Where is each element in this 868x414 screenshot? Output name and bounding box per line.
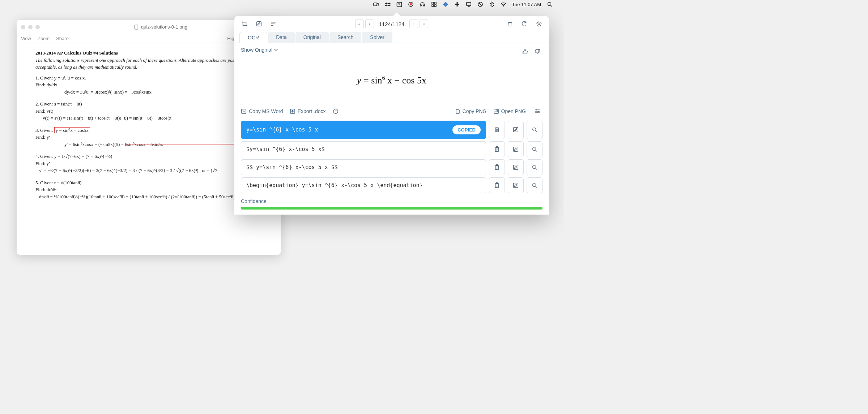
row1-clipboard-icon[interactable] [489,141,505,157]
sliders-icon[interactable] [532,106,542,116]
traffic-close[interactable] [21,25,25,29]
code-cell-1[interactable]: $y=\sin ^{6} x-\cos 5 x$ [241,141,486,157]
copy-png-label: Copy PNG [463,108,487,114]
item3-prefix: 3. Given: [35,128,54,133]
tab-original[interactable]: Original [295,32,329,43]
row0-search-icon[interactable] [527,121,542,139]
svg-rect-26 [456,110,459,113]
clock-text[interactable]: Tue 11:07 AM [512,2,541,7]
sort-icon[interactable] [268,19,278,29]
nav-last[interactable]: » [420,20,428,28]
thumbs-up-icon[interactable] [520,47,530,57]
nav-next[interactable]: › [409,20,418,28]
diamond-icon[interactable]: A [443,1,448,7]
no-entry-icon[interactable] [477,1,483,7]
nav-first[interactable]: « [355,20,364,28]
item5-find: Find: dr/dθ [35,186,262,193]
confidence-section: Confidence [241,198,542,210]
svg-point-15 [503,6,504,7]
plus-icon[interactable] [454,1,460,7]
svg-rect-45 [514,183,518,187]
row2-edit-icon[interactable] [508,159,524,175]
refresh-icon[interactable] [519,19,529,29]
show-original-label: Show Original [241,47,272,53]
row3-clipboard-icon[interactable] [489,177,505,193]
svg-rect-19 [257,22,261,26]
code-row-0: y=\sin ^{6} x-\cos 5 x COPIED [241,121,542,139]
row3-search-icon[interactable] [527,177,542,193]
tab-solver[interactable]: Solver [362,32,392,43]
svg-rect-5 [424,5,425,6]
headphones-icon[interactable] [420,1,425,7]
ocr-panel: « ‹ 1124/1124 › » OCR Data Original Sear… [234,16,549,215]
item3-sol: y′ = 6sin⁵xcosx − (−sin5x)(5) = 6sin⁵xco… [64,141,262,148]
copy-msword-label: Copy MS Word [249,108,283,114]
svg-rect-37 [514,147,518,151]
monitor-icon[interactable] [466,1,472,7]
svg-text:A: A [444,3,447,6]
nav-prev[interactable]: ‹ [365,20,374,28]
item5-given: 5. Given: r = √(100tanθ) [35,179,262,186]
dropbox-icon[interactable] [385,1,391,7]
macos-menubar: 9 A Tue 11:07 AM [369,0,564,9]
wifi-icon[interactable] [501,1,506,7]
item1-sol: dy/dx = 3u²u′ = 3(cosx)²(−sinx) = −3cos²… [64,89,262,96]
code-text-1: $y=\sin ^{6} x-\cos 5 x$ [246,146,325,152]
thumbs-down-icon[interactable] [532,47,542,57]
crop-icon[interactable] [239,19,250,29]
export-icon [290,108,295,114]
row1-search-icon[interactable] [527,141,542,157]
item1-find: Find: dy/dx [35,81,262,89]
row2-search-icon[interactable] [527,159,542,175]
grid-icon[interactable] [431,1,437,7]
row3-edit-icon[interactable] [508,177,524,193]
code-cell-2[interactable]: $$ y=\sin ^{6} x-\cos 5 x $$ [241,159,486,175]
item3-find: Find: y′ [35,134,262,141]
svg-rect-6 [432,2,434,4]
help-icon[interactable]: ? [332,108,339,115]
export-docx-button[interactable]: Export .docx [290,108,326,114]
record-icon[interactable] [408,1,414,7]
code-row-1: $y=\sin ^{6} x-\cos 5 x$ [241,141,542,157]
tool-zoom[interactable]: Zoom [38,36,50,41]
item2-find: Find: v(t) [35,108,262,115]
spotlight-icon[interactable] [547,1,553,7]
svg-point-16 [548,3,551,6]
trash-icon[interactable] [505,19,515,29]
svg-point-20 [538,23,540,25]
eq-p1: = sin [361,75,382,86]
item4-find: Find: y′ [35,160,262,167]
traffic-minimize[interactable] [28,25,33,29]
video-icon[interactable] [373,1,379,7]
traffic-zoom[interactable] [35,25,40,29]
open-png-button[interactable]: Open PNG [493,108,526,114]
row0-edit-icon[interactable] [508,121,524,139]
svg-rect-13 [467,3,471,5]
svg-rect-4 [420,5,421,6]
gear-icon[interactable] [534,19,544,29]
row2-clipboard-icon[interactable] [489,159,505,175]
copy-png-button[interactable]: Copy PNG [455,108,487,114]
word-icon: W [241,108,247,114]
row0-clipboard-icon[interactable] [489,121,505,139]
copy-msword-button[interactable]: W Copy MS Word [241,108,283,114]
tab-search[interactable]: Search [329,32,361,43]
tab-data[interactable]: Data [268,32,295,43]
code-cell-0[interactable]: y=\sin ^{6} x-\cos 5 x COPIED [241,121,486,139]
row1-edit-icon[interactable] [508,141,524,157]
tool-view[interactable]: View [21,36,31,41]
show-original-toggle[interactable]: Show Original [241,47,278,53]
edit-icon[interactable] [254,19,264,29]
code-list: y=\sin ^{6} x-\cos 5 x COPIED $y=\sin ^{… [241,121,542,193]
code-cell-3[interactable]: \begin{equation} y=\sin ^{6} x-\cos 5 x … [241,177,486,193]
tab-ocr[interactable]: OCR [239,32,267,43]
page-nav: « ‹ 1124/1124 › » [283,20,501,28]
item3-highlighted-eq: y = sin⁶x − cos5x [54,127,90,133]
item5-sol: dr/dθ = ½(100tanθ)^(−½)(10tanθ + 100sec²… [39,193,262,200]
tool-share[interactable]: Share [56,36,69,41]
svg-rect-9 [434,5,436,7]
svg-rect-33 [514,128,518,132]
calendar-icon[interactable]: 9 [396,1,402,7]
bluetooth-icon[interactable] [489,1,495,7]
item3-given: 3. Given: y = sin⁶x − cos5x [35,127,262,134]
